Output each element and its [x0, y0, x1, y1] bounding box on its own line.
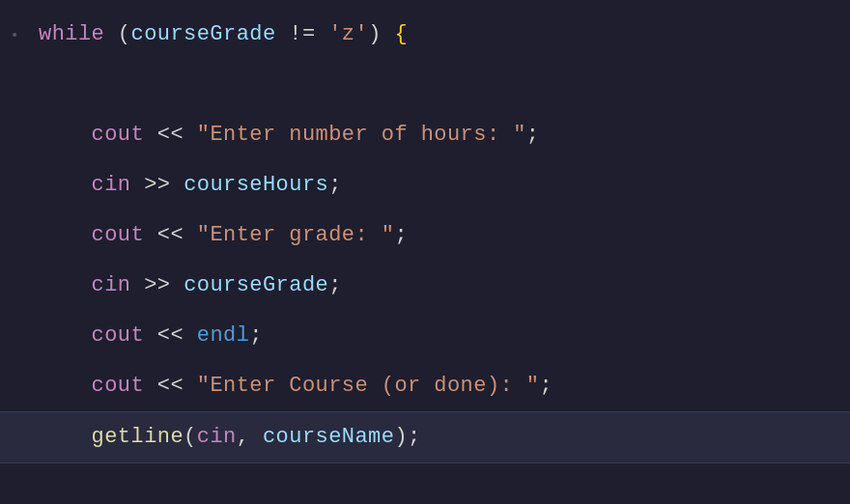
code-line-10 [0, 463, 850, 504]
code-line-9: getline(cin, courseName); [0, 412, 850, 462]
line-7-content: cout << endl; [29, 325, 263, 347]
line-8-content: cout << "Enter Course (or done): "; [29, 376, 552, 397]
line-4-content: cin >> courseHours; [29, 175, 342, 196]
line-3-content: cout << "Enter number of hours: "; [29, 125, 539, 146]
line-6-content: cin >> courseGrade; [29, 275, 342, 296]
code-line-8: cout << "Enter Course (or done): "; [0, 361, 850, 411]
code-line-4: cin >> courseHours; [0, 160, 850, 210]
gutter-1 [0, 33, 29, 37]
line-9-content: getline(cin, courseName); [29, 427, 421, 448]
code-line-3: cout << "Enter number of hours: "; [0, 110, 850, 160]
code-line-6: cin >> courseGrade; [0, 261, 850, 311]
gutter-dot-1 [13, 33, 16, 37]
code-editor: while (courseGrade != 'z') { cout << "En… [0, 0, 850, 504]
code-line-5: cout << "Enter grade: "; [0, 210, 850, 261]
code-block: while (courseGrade != 'z') { cout << "En… [0, 0, 850, 504]
code-line-7: cout << endl; [0, 311, 850, 361]
code-line-1: while (courseGrade != 'z') { [0, 10, 850, 60]
line-1-content: while (courseGrade != 'z') { [29, 24, 408, 45]
code-line-2 [0, 60, 850, 110]
line-5-content: cout << "Enter grade: "; [29, 225, 408, 246]
